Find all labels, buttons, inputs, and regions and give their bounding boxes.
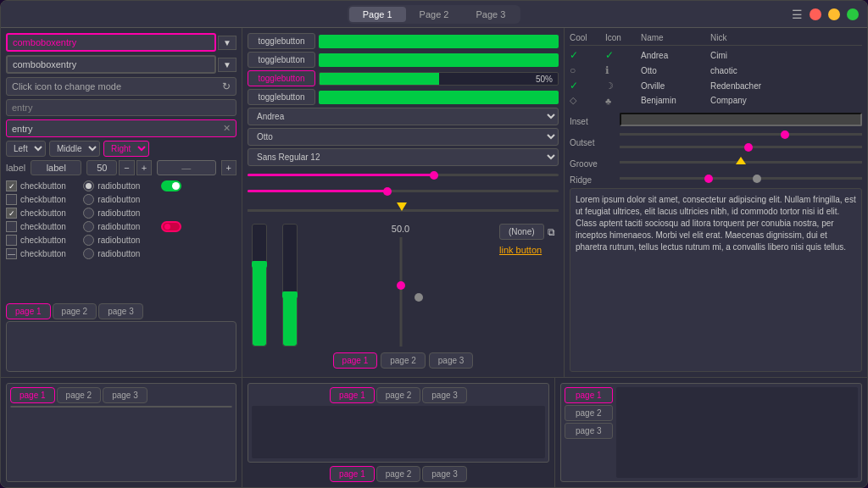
checkbutton-2[interactable]: checkbutton — [6, 194, 81, 205]
outset-thumb-pink-2[interactable] — [744, 143, 753, 152]
entry-value-row: ✕ — [6, 119, 236, 137]
toggle-1[interactable] — [161, 180, 236, 191]
toggle-4[interactable] — [161, 221, 236, 232]
slider-fill-pink-2 — [248, 190, 387, 192]
dropdown-otto[interactable]: Otto — [248, 128, 559, 146]
bottom-mid-lower-tab-2[interactable]: page 2 — [376, 466, 421, 482]
combobox-row: ▼ — [6, 33, 236, 52]
radiobutton-4[interactable]: radiobutton — [83, 221, 159, 232]
ridge-thumb-pink[interactable] — [704, 175, 713, 183]
entry-clear-icon[interactable]: ✕ — [223, 123, 231, 134]
dropdown-row-3: Sans Regular 12 — [248, 148, 559, 166]
combobox-plain-arrow[interactable]: ▼ — [218, 58, 236, 72]
page-tab-1-left[interactable]: page 1 — [6, 303, 51, 319]
table-row-3[interactable]: ✓ ☽ Orville Redenbacher — [570, 78, 862, 93]
table-row-1[interactable]: ✓ ✓ Andrea Cimi — [570, 47, 862, 63]
checkbutton-3[interactable]: ✓ checkbutton — [6, 208, 81, 219]
checkbutton-4[interactable]: checkbutton — [6, 221, 81, 232]
checkbutton-6[interactable]: — checkbutton — [6, 248, 81, 259]
name-1: Andrea — [641, 51, 709, 60]
combobox-input[interactable] — [6, 33, 216, 52]
icon-3: ☽ — [605, 80, 639, 92]
spin-decrement[interactable]: − — [119, 160, 134, 175]
align-right-select[interactable]: Right — [103, 141, 149, 157]
spin-increment[interactable]: + — [136, 160, 152, 175]
v-scale-thumb-gray[interactable] — [415, 293, 423, 302]
checkbutton-1[interactable]: ✓ checkbutton — [6, 180, 81, 191]
entry-input[interactable] — [12, 124, 223, 134]
toggle-btn-3[interactable]: togglebutton — [248, 70, 315, 86]
toggle-btn-2[interactable]: togglebutton — [248, 52, 315, 68]
togglebutton-row-2: togglebutton — [248, 52, 559, 68]
v-slider-track-2 — [282, 224, 298, 347]
slider-thumb-pink-1[interactable] — [430, 171, 438, 180]
v-slider-thumb-2[interactable] — [282, 291, 298, 298]
table-header: Cool Icon Name Nick — [570, 33, 862, 46]
radiobutton-label-3: radiobutton — [97, 208, 140, 218]
mid-page-tab-2[interactable]: page 2 — [381, 352, 426, 369]
none-label: (None) — [509, 227, 535, 236]
align-middle-select[interactable]: Middle — [49, 141, 100, 157]
copy-icon[interactable]: ⧉ — [548, 226, 555, 238]
titlebar-tab-2[interactable]: Page 2 — [406, 7, 463, 22]
minimize-button[interactable] — [828, 8, 840, 20]
bottom-tab-row-left: page 1 page 2 page 3 — [6, 303, 236, 319]
combobox-arrow[interactable]: ▼ — [218, 36, 236, 50]
align-left-select[interactable]: Left — [6, 141, 46, 157]
toggle-btn-4[interactable]: togglebutton — [248, 89, 315, 105]
checkbutton-label-5: checkbutton — [20, 236, 66, 245]
radiobutton-3[interactable]: radiobutton — [83, 208, 159, 219]
bottom-left-tab-1[interactable]: page 1 — [10, 387, 55, 403]
refresh-icon[interactable]: ↻ — [222, 80, 231, 92]
radiobutton-6[interactable]: radiobutton — [83, 248, 159, 259]
page-tab-2-left[interactable]: page 2 — [53, 303, 97, 319]
scale-thumb-yellow[interactable] — [397, 202, 407, 211]
titlebar-tab-1[interactable]: Page 1 — [349, 7, 406, 22]
togglebutton-row-3: togglebutton 50% — [248, 70, 559, 86]
groove-thumb-yellow[interactable] — [736, 157, 746, 164]
bottom-mid-tab-3[interactable]: page 3 — [422, 387, 467, 403]
bottom-mid-lower-tab-3[interactable]: page 3 — [422, 466, 467, 482]
none-button[interactable]: (None) — [499, 224, 544, 240]
table-row-2[interactable]: ○ ℹ Otto chaotic — [570, 63, 862, 78]
radiobutton-5[interactable]: radiobutton — [83, 235, 159, 246]
separator-btn[interactable]: + — [221, 160, 236, 175]
close-button[interactable] — [810, 8, 821, 20]
dropdown-font[interactable]: Sans Regular 12 — [248, 148, 559, 166]
dropdown-andrea[interactable]: Andrea — [248, 108, 559, 125]
page-tab-3-left[interactable]: page 3 — [98, 303, 143, 319]
bottom-right-tab-2[interactable]: page 2 — [565, 405, 613, 421]
bottom-mid-lower-tab-1[interactable]: page 1 — [330, 466, 375, 482]
bottom-right-tab-3[interactable]: page 3 — [565, 423, 613, 439]
groove-sliders — [620, 158, 862, 168]
radiobutton-label-6: radiobutton — [97, 249, 140, 258]
maximize-button[interactable] — [847, 8, 859, 20]
outset-thumb-pink[interactable] — [781, 130, 789, 139]
radiobutton-label-5: radiobutton — [97, 236, 140, 245]
bottom-right-tab-1[interactable]: page 1 — [565, 387, 613, 403]
slider-thumb-pink-2[interactable] — [383, 187, 392, 196]
checkbutton-5[interactable]: checkbutton — [6, 235, 81, 246]
label-text: label — [6, 163, 25, 173]
ridge-thumb-gray[interactable] — [753, 175, 761, 183]
toggle-btn-1[interactable]: togglebutton — [248, 33, 315, 49]
table-row-4[interactable]: ◇ ♣ Benjamin Company — [570, 93, 862, 108]
mid-page-tab-3[interactable]: page 3 — [429, 352, 474, 369]
radiobutton-1[interactable]: radiobutton — [83, 180, 159, 191]
titlebar-tab-3[interactable]: Page 3 — [462, 7, 519, 22]
bottom-left-tab-3[interactable]: page 3 — [103, 387, 147, 403]
radio-icon-2 — [83, 194, 94, 205]
combobox-plain-input[interactable] — [6, 55, 216, 74]
v-slider-thumb-1[interactable] — [252, 261, 267, 268]
mid-page-tab-1[interactable]: page 1 — [333, 352, 378, 369]
link-button[interactable]: link button — [499, 245, 559, 255]
radiobutton-2[interactable]: radiobutton — [83, 194, 159, 205]
v-scale-thumb-pink[interactable] — [397, 281, 405, 290]
bottom-left-tab-2[interactable]: page 2 — [57, 387, 102, 403]
menu-icon[interactable]: ☰ — [792, 8, 803, 21]
check-icon-1: ✓ — [6, 180, 17, 191]
bottom-mid-tab-1[interactable]: page 1 — [330, 387, 375, 403]
left-tab-content — [6, 321, 236, 372]
right-panel: Cool Icon Name Nick ✓ ✓ Andrea Cimi ○ ℹ … — [565, 28, 867, 377]
bottom-mid-tab-2[interactable]: page 2 — [376, 387, 421, 403]
